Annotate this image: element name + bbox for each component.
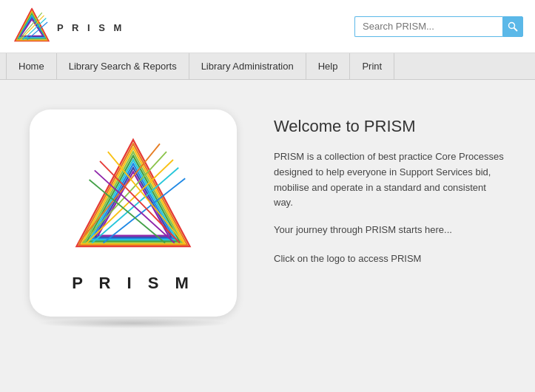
header: P R I S M [0, 0, 535, 53]
journey-text: Your journey through PRISM starts here..… [274, 223, 505, 238]
logo-text: P R I S M [57, 22, 124, 33]
logo-card-wrapper: P R I S M [30, 109, 237, 328]
nav-item-help[interactable]: Help [306, 53, 351, 79]
card-shadow [37, 318, 229, 328]
logo-card[interactable]: P R I S M [30, 109, 237, 317]
prism-logo-icon [12, 6, 53, 47]
search-input[interactable] [354, 16, 502, 37]
search-area [354, 16, 523, 37]
search-icon [508, 21, 518, 32]
welcome-body: PRISM is a collection of best practice C… [274, 149, 505, 211]
navbar: Home Library Search & Reports Library Ad… [0, 53, 535, 80]
prism-card-logo-icon [67, 133, 200, 266]
nav-item-print[interactable]: Print [350, 53, 394, 79]
svg-point-15 [509, 22, 515, 28]
nav-item-library-search[interactable]: Library Search & Reports [57, 53, 189, 79]
welcome-area: Welcome to PRISM PRISM is a collection o… [274, 109, 505, 267]
welcome-title: Welcome to PRISM [274, 117, 505, 136]
click-text: Click on the logo to access PRISM [274, 251, 505, 267]
logo-card-text: P R I S M [72, 274, 195, 293]
search-button[interactable] [502, 16, 523, 37]
nav-item-library-admin[interactable]: Library Administration [189, 53, 306, 79]
svg-line-16 [514, 27, 518, 31]
logo-area: P R I S M [12, 6, 124, 47]
nav-item-home[interactable]: Home [6, 53, 57, 79]
main-content: P R I S M Welcome to PRISM PRISM is a co… [0, 80, 535, 392]
